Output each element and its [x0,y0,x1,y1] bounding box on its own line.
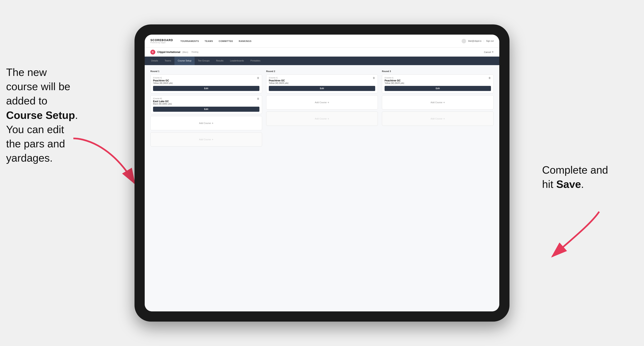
round3-add-plus-disabled-icon: + [443,117,445,120]
round1-course-a-tag: (Course A) [153,77,260,79]
round1-course-a-tee: Yellow (M) (6629 yds) [153,82,260,84]
round2-add-course-text: Add Course + [315,101,329,104]
top-nav: SCOREBOARD Powered by clippd TOURNAMENTS… [145,35,499,48]
rounds-grid: Round 1 🗑 (Course A) Peachtree GC Yellow… [150,70,494,149]
round2-course-a-tag: (Course A) [269,77,375,79]
sub-header-left: C Clippd Invitational (Men) Hosting [150,50,198,54]
tournament-gender: (Men) [182,51,188,53]
round-2-label: Round 2 [266,70,378,72]
tab-results[interactable]: Results [213,57,227,65]
user-email: blair@clippd.io [468,40,482,42]
round2-add-course-disabled-text: Add Course + [315,117,329,120]
round1-add-course-text: Add Course + [199,122,214,125]
round2-add-course-disabled: Add Course + [266,112,378,126]
sub-header: C Clippd Invitational (Men) Hosting Canc… [145,48,499,57]
tab-printables[interactable]: Printables [247,57,264,65]
round1-course-b-card: 🗑 (Course B) East Lake GC Black (M) (689… [150,95,262,114]
tab-details[interactable]: Details [148,57,162,65]
round3-add-plus-icon: + [443,101,445,104]
round3-course-a-name: Peachtree GC [384,79,491,82]
brand-logo: SCOREBOARD Powered by clippd [150,38,173,43]
tab-course-setup[interactable]: Course Setup [174,57,195,65]
round-3-label: Round 3 [382,70,494,72]
round2-add-plus-disabled-icon: + [328,117,329,120]
round3-course-a-delete-icon[interactable]: 🗑 [488,76,491,80]
round1-course-b-tag: (Course B) [153,98,260,100]
avatar [462,39,466,43]
tablet-device: SCOREBOARD Powered by clippd TOURNAMENTS… [134,24,510,322]
round2-course-a-edit-button[interactable]: Edit [269,86,375,91]
clippd-logo: C [150,50,155,54]
round1-course-a-delete-icon[interactable]: 🗑 [256,76,260,80]
annotation-right: Complete and hit Save. [542,163,620,191]
cancel-button[interactable]: Cancel ✕ [484,51,494,53]
round-1-column: Round 1 🗑 (Course A) Peachtree GC Yellow… [150,70,262,149]
round2-course-a-card: 🗑 (Course A) Peachtree GC Yellow (M) (66… [266,74,378,93]
tab-bar: Details Teams Course Setup Tee Groups Re… [145,57,499,65]
round1-add-course-disabled-text: Add Course + [199,138,214,141]
round1-course-b-tee: Black (M) (6891 yds) [153,103,260,105]
nav-rankings[interactable]: RANKINGS [239,40,252,42]
round3-add-course-button[interactable]: Add Course + [382,95,494,110]
round-1-label: Round 1 [150,70,262,72]
round1-course-a-card: 🗑 (Course A) Peachtree GC Yellow (M) (66… [150,74,262,93]
round3-course-a-tee: Yellow (M) (6629 yds) [384,82,491,84]
round3-add-course-disabled: Add Course + [382,112,494,126]
main-content: Round 1 🗑 (Course A) Peachtree GC Yellow… [145,65,499,311]
tablet-screen: SCOREBOARD Powered by clippd TOURNAMENTS… [145,35,499,311]
round3-course-a-edit-button[interactable]: Edit [384,86,491,91]
nav-committee[interactable]: COMMITTEE [219,40,233,42]
round1-course-b-name: East Lake GC [153,100,260,103]
round2-add-course-button[interactable]: Add Course + [266,95,378,110]
nav-teams[interactable]: TEAMS [204,40,213,42]
round3-add-course-text: Add Course + [430,101,445,104]
round2-course-a-name: Peachtree GC [269,79,375,82]
round-3-column: Round 3 🗑 (Course A) Peachtree GC Yellow… [382,70,494,149]
round2-add-plus-icon: + [328,101,329,104]
round3-course-a-card: 🗑 (Course A) Peachtree GC Yellow (M) (66… [382,74,494,93]
round1-course-b-edit-button[interactable]: Edit [153,107,260,112]
round1-add-course-button[interactable]: Add Course + [150,116,262,130]
brand-name: SCOREBOARD [150,38,173,42]
hosting-badge: Hosting [191,51,198,53]
round1-course-a-edit-button[interactable]: Edit [153,86,260,91]
round3-course-a-tag: (Course A) [384,77,491,79]
nav-tournaments[interactable]: TOURNAMENTS [180,40,199,42]
separator: | [484,40,484,42]
add-plus-disabled-icon: + [212,138,214,141]
round2-course-a-tee: Yellow (M) (6629 yds) [269,82,375,84]
round2-course-a-delete-icon[interactable]: 🗑 [372,76,376,80]
round1-course-a-name: Peachtree GC [153,79,260,82]
brand-sub: Powered by clippd [150,42,173,43]
nav-user: blair@clippd.io | Sign out [462,39,494,43]
round3-add-course-disabled-text: Add Course + [430,117,445,120]
round1-add-course-disabled: Add Course + [150,132,262,147]
tab-tee-groups[interactable]: Tee Groups [195,57,213,65]
nav-links: TOURNAMENTS TEAMS COMMITTEE RANKINGS [180,40,462,42]
tournament-name: Clippd Invitational [157,50,180,53]
tab-leaderboards[interactable]: Leaderboards [227,57,247,65]
add-plus-icon: + [212,122,214,125]
arrow-right-icon [546,208,603,261]
round-2-column: Round 2 🗑 (Course A) Peachtree GC Yellow… [266,70,378,149]
round1-course-b-delete-icon[interactable]: 🗑 [256,97,260,100]
sign-out-link[interactable]: Sign out [486,40,494,42]
tab-teams[interactable]: Teams [162,57,174,65]
